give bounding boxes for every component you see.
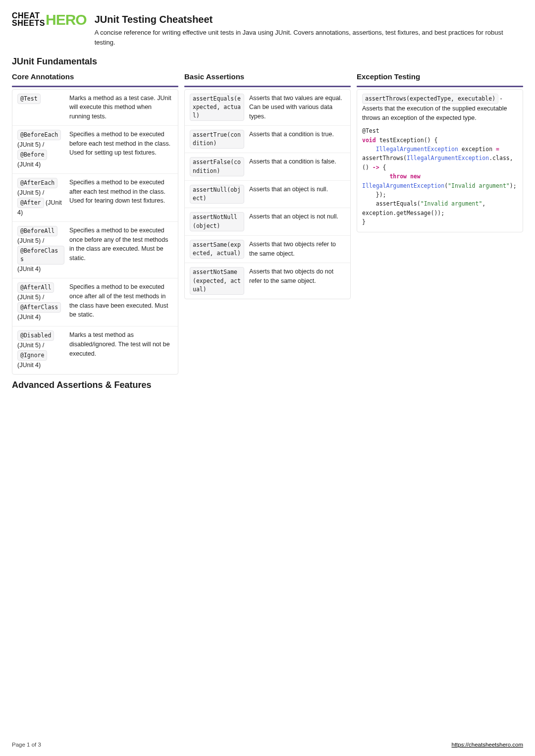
assertion-desc: Asserts that a condition is true.	[249, 130, 345, 149]
code-tag: assertNotNull(object)	[190, 212, 244, 231]
annotation-key: @Disabled (JUnit 5) / @Ignore (JUnit 4)	[17, 330, 64, 370]
assertion-desc: Asserts that two objects do not refer to…	[249, 267, 345, 295]
table-row: @BeforeAll (JUnit 5) / @BeforeClass (JUn…	[12, 221, 178, 278]
annotation-desc: Specifies a method to be executed before…	[69, 130, 173, 169]
code-tag: assertEquals(expected, actual)	[190, 94, 244, 121]
footer-link[interactable]: https://cheatsheetshero.com	[452, 741, 523, 749]
annotation-desc: Specifies a method to be executed once a…	[69, 282, 173, 322]
section-heading-advanced: Advanced Assertions & Features	[12, 378, 523, 392]
assertion-key: assertSame(expected, actual)	[190, 240, 244, 259]
accent-bar	[184, 86, 351, 87]
page-footer: Page 1 of 3 https://cheatsheetshero.com	[12, 741, 523, 749]
code-tag: @Test	[17, 94, 41, 104]
logo-text-bottom: SHEETS	[12, 19, 45, 27]
assertion-desc: Asserts that an object is not null.	[249, 212, 345, 231]
table-row: assertTrue(condition) Asserts that a con…	[185, 125, 350, 153]
annotation-key: @Test	[17, 94, 64, 121]
assertion-key: assertNull(object)	[190, 185, 244, 204]
table-row: assertNotNull(object) Asserts that an ob…	[185, 208, 350, 235]
exception-intro-text: assertThrows(expectedType, executable) -…	[362, 94, 518, 123]
code-tag: @Ignore	[17, 350, 47, 361]
assertion-key: assertNotNull(object)	[190, 212, 244, 231]
exception-testing-card: Exception Testing assertThrows(expectedT…	[357, 71, 523, 375]
title-block: JUnit Testing Cheatsheet A concise refer…	[95, 12, 523, 47]
accent-bar	[357, 86, 523, 87]
content-columns: Core Annotations @Test Marks a method as…	[12, 71, 523, 375]
core-annotations-table: @Test Marks a method as a test case. JUn…	[12, 89, 178, 375]
logo-text-right: HERO	[46, 13, 87, 26]
table-row: @Disabled (JUnit 5) / @Ignore (JUnit 4) …	[12, 326, 178, 374]
code-tag: @Before	[17, 150, 47, 160]
table-row: assertNotSame(expected, actual) Asserts …	[185, 263, 350, 299]
annotation-key: @BeforeEach (JUnit 5) / @Before (JUnit 4…	[17, 130, 64, 169]
exception-code-block: @Test void testException() { IllegalArgu…	[362, 126, 518, 226]
assertion-key: assertEquals(expected, actual)	[190, 94, 244, 121]
table-row: @Test Marks a method as a test case. JUn…	[12, 90, 178, 125]
logo: CHEAT SHEETS HERO	[12, 12, 87, 27]
assertion-desc: Asserts that an object is null.	[249, 185, 345, 204]
core-annotations-heading: Core Annotations	[12, 71, 178, 83]
code-tag: @BeforeEach	[17, 130, 61, 140]
assertion-key: assertFalse(condition)	[190, 157, 244, 176]
code-tag: assertTrue(condition)	[190, 130, 244, 149]
basic-assertions-card: Basic Assertions assertEquals(expected, …	[184, 71, 351, 375]
code-tag: @BeforeClass	[17, 246, 64, 265]
assertion-desc: Asserts that a condition is false.	[249, 157, 345, 176]
code-tag: assertNull(object)	[190, 185, 244, 204]
code-tag: assertNotSame(expected, actual)	[190, 267, 244, 295]
assertion-desc: Asserts that two objects refer to the sa…	[249, 240, 345, 259]
annotation-key: @AfterAll (JUnit 5) / @AfterClass (JUnit…	[17, 282, 64, 322]
annotation-desc: Marks a method as a test case. JUnit wil…	[69, 94, 173, 121]
assertion-key: assertTrue(condition)	[190, 130, 244, 149]
page-indicator: Page 1 of 3	[12, 741, 41, 749]
code-tag: @After	[17, 198, 44, 208]
assertion-desc: Asserts that two values are equal. Can b…	[249, 94, 345, 121]
core-annotations-card: Core Annotations @Test Marks a method as…	[12, 71, 178, 375]
assertion-key: assertNotSame(expected, actual)	[190, 267, 244, 295]
annotation-desc: Specifies a method to be executed after …	[69, 178, 173, 217]
annotation-desc: Specifies a method to be executed once b…	[69, 226, 173, 274]
annotation-key: @BeforeAll (JUnit 5) / @BeforeClass (JUn…	[17, 226, 64, 274]
table-row: assertEquals(expected, actual) Asserts t…	[185, 90, 350, 125]
table-row: @AfterAll (JUnit 5) / @AfterClass (JUnit…	[12, 278, 178, 326]
table-row: assertFalse(condition) Asserts that a co…	[185, 153, 350, 180]
annotation-desc: Marks a test method as disabled/ignored.…	[69, 330, 173, 370]
page-header: CHEAT SHEETS HERO JUnit Testing Cheatshe…	[12, 12, 523, 47]
page-subtitle: A concise reference for writing effectiv…	[95, 28, 523, 47]
code-tag: @BeforeAll	[17, 226, 57, 236]
code-tag: @AfterAll	[17, 282, 54, 293]
code-tag: assertSame(expected, actual)	[190, 240, 244, 259]
basic-assertions-heading: Basic Assertions	[184, 71, 351, 83]
code-tag: assertThrows(expectedType, executable)	[362, 94, 498, 104]
page-title: JUnit Testing Cheatsheet	[95, 12, 523, 27]
code-tag: @AfterEach	[17, 178, 57, 188]
accent-bar	[12, 86, 178, 87]
code-tag: assertFalse(condition)	[190, 157, 244, 176]
code-tag: @AfterClass	[17, 302, 61, 313]
table-row: assertSame(expected, actual) Asserts tha…	[185, 235, 350, 263]
basic-assertions-table: assertEquals(expected, actual) Asserts t…	[184, 89, 351, 300]
logo-text-top: CHEAT	[12, 12, 45, 19]
exception-testing-heading: Exception Testing	[357, 71, 523, 83]
code-tag: @Disabled	[17, 330, 54, 341]
annotation-key: @AfterEach (JUnit 5) / @After (JUnit 4)	[17, 178, 64, 217]
exception-intro-box: assertThrows(expectedType, executable) -…	[357, 89, 523, 232]
table-row: assertNull(object) Asserts that an objec…	[185, 180, 350, 208]
table-row: @BeforeEach (JUnit 5) / @Before (JUnit 4…	[12, 125, 178, 173]
section-heading-fundamentals: JUnit Fundamentals	[12, 55, 523, 68]
logo-left: CHEAT SHEETS	[12, 12, 45, 27]
table-row: @AfterEach (JUnit 5) / @After (JUnit 4) …	[12, 173, 178, 221]
